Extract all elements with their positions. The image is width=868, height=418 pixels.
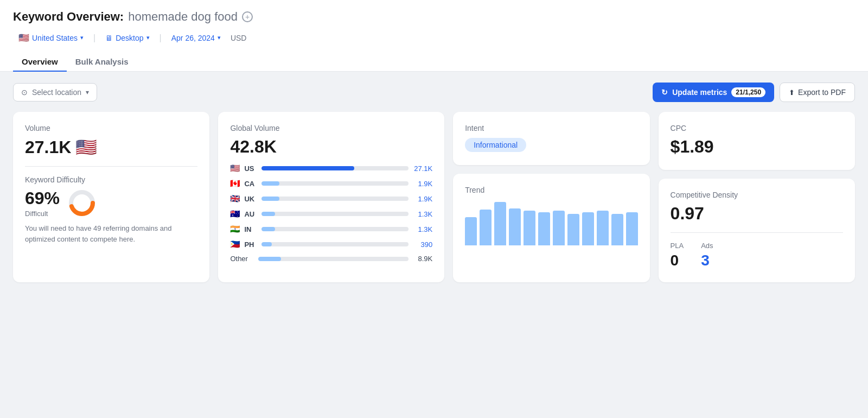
other-row: Other 8.9K	[230, 255, 432, 263]
other-val: 8.9K	[412, 255, 432, 263]
device-icon: 🖥	[105, 34, 113, 42]
country-bar-fill	[261, 181, 279, 186]
country-flag-icon: 🇦🇺	[230, 209, 241, 219]
trend-bar	[494, 202, 506, 245]
country-val: 390	[412, 240, 432, 249]
trend-card: Trend	[453, 174, 649, 282]
other-label: Other	[230, 255, 255, 263]
device-filter[interactable]: 🖥 Desktop ▾	[100, 31, 155, 45]
country-flag-icon: 🇺🇸	[230, 163, 241, 173]
cpc-label: CPC	[671, 124, 843, 132]
separator-1: |	[93, 33, 95, 43]
comp-density-label: Competitive Density	[671, 191, 843, 199]
country-bar-track	[261, 212, 409, 216]
comp-density-value: 0.97	[671, 204, 843, 224]
difficulty-pct: 69%	[25, 188, 60, 208]
separator-2: |	[159, 33, 162, 43]
country-list: 🇺🇸 US 27.1K 🇨🇦 CA 1.9K 🇬🇧 UK 1.9K 🇦🇺 AU …	[230, 163, 432, 249]
refresh-icon: ↻	[661, 88, 668, 97]
trend-bar	[626, 212, 638, 245]
country-code: CA	[244, 180, 258, 188]
country-val: 1.9K	[412, 195, 432, 203]
country-val: 1.3K	[412, 225, 432, 233]
intent-card: Intent Informational	[453, 112, 649, 165]
country-bar-track	[261, 227, 409, 231]
difficulty-description: You will need to have 49 referring domai…	[25, 223, 197, 244]
select-location-button[interactable]: ⊙ Select location ▾	[13, 83, 97, 102]
volume-label: Volume	[25, 124, 197, 132]
page-header: Keyword Overview: homemade dog food + 🇺🇸…	[0, 0, 868, 72]
country-bar-fill	[261, 197, 279, 201]
pla-item: PLA 0	[671, 242, 684, 269]
trend-bar	[597, 211, 609, 245]
pla-ads-row: PLA 0 Ads 3	[671, 242, 843, 269]
volume-divider	[25, 166, 197, 167]
tabs-row: Overview Bulk Analysis	[13, 53, 855, 71]
us-flag-icon: 🇺🇸	[75, 137, 97, 157]
trend-bars	[465, 202, 637, 245]
country-filter[interactable]: 🇺🇸 United States ▾	[13, 30, 89, 45]
difficulty-sublabel: Keyword Difficulty	[25, 175, 197, 184]
select-location-label: Select location	[32, 88, 81, 97]
country-val: 1.3K	[412, 210, 432, 218]
country-row: 🇬🇧 UK 1.9K	[230, 194, 432, 204]
country-row: 🇦🇺 AU 1.3K	[230, 209, 432, 219]
country-flag-icon: 🇨🇦	[230, 179, 241, 188]
country-bar-track	[261, 242, 409, 246]
intent-badge: Informational	[465, 138, 526, 152]
export-button[interactable]: ⬆ Export to PDF	[780, 83, 855, 102]
page-title-query: homemade dog food	[128, 10, 238, 24]
trend-bar	[509, 208, 521, 245]
intent-label: Intent	[465, 124, 637, 132]
country-val: 1.9K	[412, 180, 432, 188]
trend-bar	[567, 214, 579, 245]
location-icon: ⊙	[21, 88, 28, 97]
country-code: IN	[244, 225, 258, 233]
difficulty-text: Difficult	[25, 210, 60, 218]
cpc-value: $1.89	[671, 137, 843, 157]
toolbar-row: ⊙ Select location ▾ ↻ Update metrics 21/…	[13, 83, 855, 102]
competitive-density-card: Competitive Density 0.97 PLA 0 Ads 3	[659, 179, 855, 282]
update-metrics-button[interactable]: ↻ Update metrics 21/1,250	[653, 83, 774, 102]
country-row: 🇮🇳 IN 1.3K	[230, 224, 432, 234]
location-chevron-icon: ▾	[86, 88, 89, 96]
export-label: Export to PDF	[798, 88, 846, 97]
country-bar-fill	[261, 166, 354, 170]
filters-row: 🇺🇸 United States ▾ | 🖥 Desktop ▾ | Apr 2…	[13, 30, 855, 45]
ads-value: 3	[701, 252, 713, 269]
country-flag-icon: 🇬🇧	[230, 194, 241, 204]
tab-bulk-analysis[interactable]: Bulk Analysis	[67, 53, 137, 72]
country-val: 27.1K	[412, 164, 432, 173]
date-chevron-icon: ▾	[218, 34, 221, 41]
date-filter[interactable]: Apr 26, 2024 ▾	[166, 31, 226, 45]
country-row: 🇵🇭 PH 390	[230, 239, 432, 249]
country-row: 🇨🇦 CA 1.9K	[230, 179, 432, 188]
other-bar-fill	[258, 257, 281, 261]
title-row: Keyword Overview: homemade dog food +	[13, 10, 855, 24]
country-bar-track	[261, 181, 409, 186]
right-col-2: CPC $1.89 Competitive Density 0.97 PLA 0…	[659, 112, 855, 282]
country-flag-icon: 🇺🇸	[18, 33, 29, 43]
date-label: Apr 26, 2024	[171, 34, 215, 42]
trend-bar	[553, 211, 565, 245]
page-title-keyword: Keyword Overview:	[13, 10, 124, 24]
device-label: Desktop	[116, 34, 143, 42]
cards-grid: Volume 27.1K 🇺🇸 Keyword Difficulty 69% D…	[13, 112, 855, 282]
global-volume-label: Global Volume	[230, 124, 432, 132]
tab-overview[interactable]: Overview	[13, 53, 67, 72]
content-area: ⊙ Select location ▾ ↻ Update metrics 21/…	[13, 72, 855, 282]
volume-card: Volume 27.1K 🇺🇸 Keyword Difficulty 69% D…	[13, 112, 209, 282]
country-bar-track	[261, 197, 409, 201]
trend-bar	[465, 217, 477, 245]
country-bar-fill	[261, 212, 275, 216]
toolbar-right: ↻ Update metrics 21/1,250 ⬆ Export to PD…	[653, 83, 855, 102]
update-metrics-label: Update metrics	[672, 88, 727, 97]
country-code: UK	[244, 195, 258, 203]
difficulty-row: 69% Difficult	[25, 188, 197, 218]
add-keyword-icon[interactable]: +	[242, 11, 253, 22]
device-chevron-icon: ▾	[146, 34, 150, 41]
country-bar-fill	[261, 227, 275, 231]
comp-divider	[671, 232, 843, 233]
trend-bar	[582, 212, 594, 245]
ads-label: Ads	[701, 242, 713, 250]
